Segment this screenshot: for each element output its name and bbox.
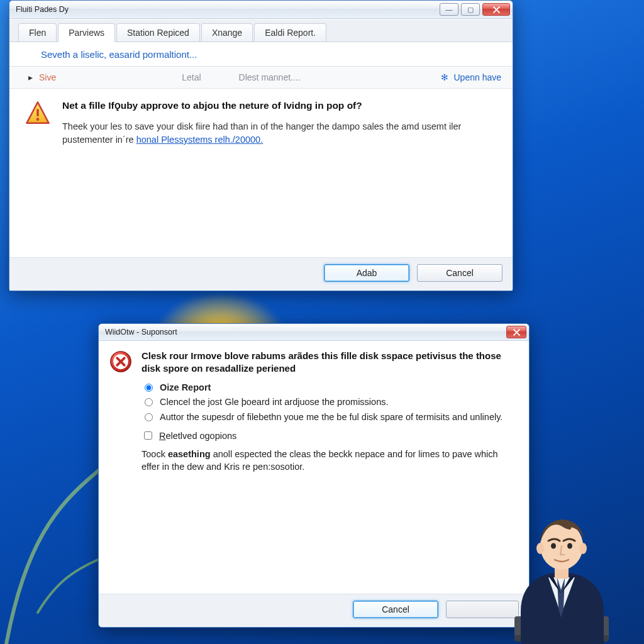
ok-button[interactable]: Adab: [324, 264, 409, 282]
plessystems-link[interactable]: honal Plessystems relh./20000.: [136, 135, 264, 145]
asterisk-icon: ✻: [441, 72, 448, 82]
close-icon: [513, 329, 520, 336]
close-button[interactable]: [482, 3, 510, 16]
close-button[interactable]: [506, 326, 526, 338]
option-label: Oize Report: [160, 382, 211, 394]
minimize-button[interactable]: —: [440, 3, 458, 16]
tab-flen[interactable]: Flen: [18, 23, 57, 42]
option-auttor[interactable]: Auttor the supesdr of filebethn youe me …: [142, 411, 518, 424]
dialog-heading: Net a fille Ifǫuby approve to abjou the …: [62, 100, 497, 111]
maximize-button[interactable]: ▢: [461, 3, 480, 16]
option-clencel[interactable]: Clencel the jost Gle þoeard int ardjuose…: [142, 396, 518, 409]
warning-icon: [25, 100, 51, 126]
tab-ealdi-report[interactable]: Ealdi Report.: [254, 23, 326, 42]
titlebar[interactable]: Fluiti Pades Dy — ▢: [9, 1, 513, 19]
option-label: Auttor the supesdr of filebethn youe me …: [160, 411, 502, 424]
cancel-button[interactable]: Cancel: [417, 264, 502, 282]
dialog-body-text: Theek your les to save your disk fiire h…: [62, 120, 497, 147]
svg-rect-6: [555, 564, 569, 579]
suponsort-dialog: WiidOtw - Suponsort Clesk rour: [98, 323, 530, 628]
checkbox-label: Reletlved ogopions: [159, 431, 236, 441]
tab-xnange[interactable]: Xnange: [201, 23, 253, 42]
radio-auttor[interactable]: [145, 413, 153, 421]
column-header-row: ▸ Sive Letal Dlest mannet.... ✻Upenn hav…: [9, 66, 513, 89]
svg-rect-0: [36, 109, 39, 116]
radio-clencel[interactable]: [145, 398, 153, 406]
svg-point-7: [540, 522, 583, 570]
svg-rect-5: [514, 635, 609, 641]
col-letal[interactable]: Letal: [182, 72, 201, 82]
close-icon: [493, 6, 500, 13]
window-title: Fluiti Pades Dy: [16, 5, 69, 14]
svg-point-10: [551, 543, 556, 549]
secondary-button[interactable]: [446, 601, 519, 618]
dialog-heading: Clesk rour Irmove blove rabums arãdes th…: [142, 350, 518, 375]
expand-icon[interactable]: ▸: [28, 72, 33, 82]
svg-point-8: [536, 543, 544, 554]
svg-point-9: [579, 543, 587, 554]
col-dlest[interactable]: Dlest mannet....: [239, 72, 301, 82]
svg-point-11: [567, 543, 572, 549]
error-icon: [109, 350, 133, 374]
option-oize-report[interactable]: Oize Report: [142, 382, 518, 394]
tab-parviews[interactable]: Parviews: [58, 23, 115, 42]
checkbox-reletlved[interactable]: Reletlved ogopions: [142, 430, 518, 441]
option-label: Clencel the jost Gle þoeard int ardjuose…: [160, 396, 389, 409]
tab-station-repiced[interactable]: Station Repiced: [116, 23, 200, 42]
svg-point-1: [36, 118, 40, 121]
cancel-button[interactable]: Cancel: [353, 601, 438, 618]
radio-oize-report[interactable]: [145, 384, 153, 392]
checkbox-input[interactable]: [144, 431, 152, 440]
file-approve-dialog: Fluiti Pades Dy — ▢ Flen Parviews Statio…: [9, 0, 513, 291]
tab-strip: Flen Parviews Station Repiced Xnange Eal…: [9, 20, 513, 42]
footer-note: Toock easething anoll espected the cleas…: [142, 448, 518, 474]
titlebar[interactable]: WiidOtw - Suponsort: [99, 324, 529, 341]
col-upenn[interactable]: ✻Upenn have: [441, 72, 501, 82]
window-title: WiidOtw - Suponsort: [105, 328, 177, 336]
col-sive[interactable]: Sive: [39, 72, 56, 82]
section-header: Seveth a liselic, easarid pormaltiont...: [9, 42, 513, 66]
